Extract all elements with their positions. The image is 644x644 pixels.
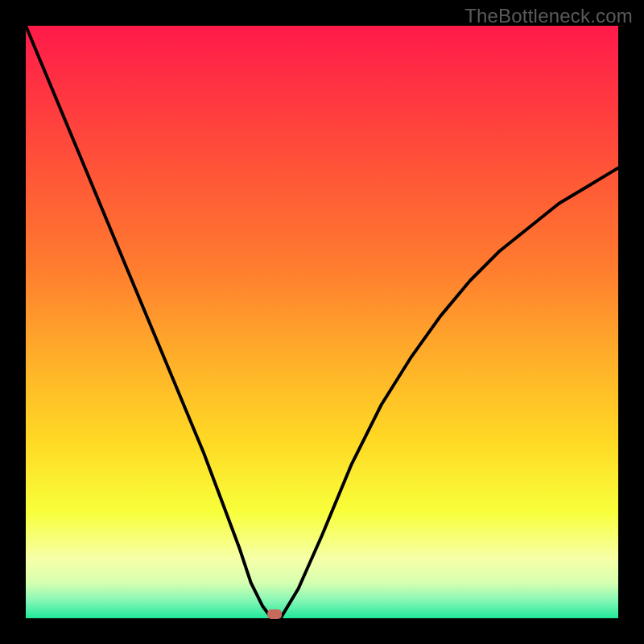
chart-frame: TheBottleneck.com	[0, 0, 644, 644]
bottleneck-chart	[0, 0, 644, 644]
watermark-text: TheBottleneck.com	[464, 5, 633, 27]
chart-plot-area	[26, 26, 618, 618]
optimal-point-marker	[267, 609, 282, 619]
